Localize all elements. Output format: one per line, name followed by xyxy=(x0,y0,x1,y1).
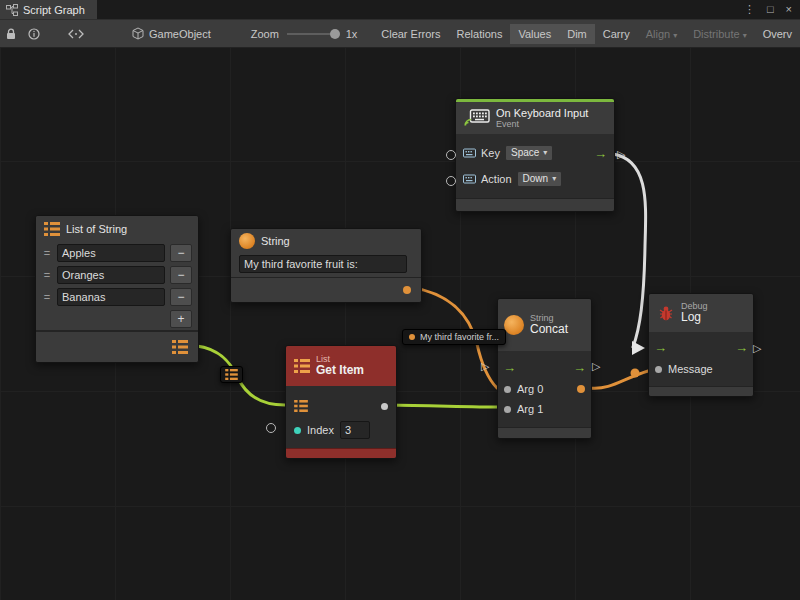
dim-toggle[interactable]: Dim xyxy=(559,24,595,44)
key-icon xyxy=(463,148,476,158)
graph-canvas[interactable]: List of String = Apples − = Oranges − = … xyxy=(0,46,800,600)
tab-script-graph[interactable]: Script Graph xyxy=(0,0,97,19)
node-get-item[interactable]: List Get Item Index 3 xyxy=(285,345,397,459)
arg0-label: Arg 0 xyxy=(517,383,543,395)
node-list-of-string[interactable]: List of String = Apples − = Oranges − = … xyxy=(35,215,199,363)
align-label: Align xyxy=(646,28,670,40)
wire-arrowhead-icon xyxy=(632,341,645,355)
node-footer xyxy=(286,448,396,458)
node-header: Debug Log xyxy=(649,294,753,332)
list-output-port[interactable] xyxy=(172,340,188,354)
wire-list-badge xyxy=(220,366,243,383)
control-port-triangle[interactable]: ▷ xyxy=(617,148,625,160)
action-dropdown[interactable]: Down ▾ xyxy=(517,171,563,187)
node-title: List of String xyxy=(66,223,127,235)
list-item-row: = Apples − xyxy=(36,242,198,264)
relations-button[interactable]: Relations xyxy=(449,24,511,44)
arg0-input-port[interactable] xyxy=(504,386,511,393)
info-icon[interactable] xyxy=(28,28,40,40)
control-output-port[interactable]: → xyxy=(594,147,607,160)
caret-down-icon: ▾ xyxy=(743,31,747,40)
remove-item-button[interactable]: − xyxy=(170,244,192,262)
index-input-port[interactable] xyxy=(294,427,301,434)
node-on-keyboard-input[interactable]: On Keyboard Input Event Key Space ▾ → xyxy=(455,98,615,212)
list-icon xyxy=(294,359,310,373)
clear-errors-button[interactable]: Clear Errors xyxy=(373,24,448,44)
result-output-port[interactable] xyxy=(577,385,585,393)
lock-icon[interactable] xyxy=(6,28,16,40)
remove-item-button[interactable]: − xyxy=(170,266,192,284)
maximize-icon[interactable]: □ xyxy=(767,4,774,15)
node-header: List of String xyxy=(36,216,198,242)
list-editor: = Apples − = Oranges − = Bananas + − + xyxy=(36,242,198,330)
node-footer xyxy=(498,427,591,438)
node-footer xyxy=(649,386,753,396)
caret-down-icon: ▾ xyxy=(552,173,556,185)
key-dropdown[interactable]: Space ▾ xyxy=(505,145,553,161)
index-label: Index xyxy=(307,424,334,436)
message-input-port[interactable] xyxy=(655,366,662,373)
distribute-label: Distribute xyxy=(693,28,739,40)
carry-toggle[interactable]: Carry xyxy=(595,24,638,44)
list-add-row: + xyxy=(36,308,198,330)
drag-handle-icon[interactable]: = xyxy=(42,291,52,303)
unconnected-port-circle[interactable] xyxy=(446,150,456,160)
node-subtitle: Event xyxy=(496,119,588,129)
gameobject-target[interactable]: GameObject xyxy=(149,28,211,40)
control-output-port[interactable]: → xyxy=(735,341,748,354)
node-header: List Get Item xyxy=(286,346,396,386)
arg1-input-port[interactable] xyxy=(504,406,511,413)
control-flow-row: → → xyxy=(649,336,753,358)
zoom-slider-knob[interactable] xyxy=(330,29,340,39)
control-input-port[interactable]: → xyxy=(654,341,667,354)
drag-handle-icon[interactable]: = xyxy=(42,269,52,281)
list-item-input[interactable]: Bananas xyxy=(57,288,165,306)
node-output-strip xyxy=(36,330,198,362)
node-string-literal[interactable]: String My third favorite fruit is: xyxy=(230,228,422,303)
node-header: String xyxy=(231,229,421,253)
node-body: → → Arg 0 Arg 1 xyxy=(498,351,591,427)
string-value-row: My third favorite fruit is: xyxy=(231,253,421,277)
caret-down-icon: ▾ xyxy=(543,147,547,159)
string-output-port[interactable] xyxy=(403,286,411,294)
control-port-triangle[interactable]: ▷ xyxy=(753,342,761,354)
close-icon[interactable]: × xyxy=(786,4,792,15)
node-concat[interactable]: String Concat → → Arg 0 Arg 1 xyxy=(497,298,592,439)
string-value-input[interactable]: My third favorite fruit is: xyxy=(239,255,407,273)
distribute-dropdown[interactable]: Distribute▾ xyxy=(685,24,754,44)
list-item-input[interactable]: Apples xyxy=(57,244,165,262)
node-body: → → Message xyxy=(649,332,753,386)
caret-down-icon: ▾ xyxy=(673,31,677,40)
drag-handle-icon[interactable]: = xyxy=(42,247,52,259)
list-item-input[interactable]: Oranges xyxy=(57,266,165,284)
wire-getitem-to-concat xyxy=(383,405,497,407)
node-header: On Keyboard Input Event xyxy=(456,102,614,134)
list-icon xyxy=(44,222,60,236)
node-title: Log xyxy=(681,311,708,325)
control-port-triangle[interactable]: ▷ xyxy=(481,360,489,372)
align-dropdown[interactable]: Align▾ xyxy=(638,24,685,44)
add-item-button[interactable]: + xyxy=(170,310,192,328)
overview-button[interactable]: Overv xyxy=(755,24,800,44)
pane-menu-icon[interactable]: ⋮ xyxy=(744,4,755,15)
bug-icon xyxy=(657,305,675,322)
item-output-port[interactable] xyxy=(381,403,388,410)
arg1-row: Arg 1 xyxy=(498,399,591,419)
list-input-port[interactable] xyxy=(294,400,308,412)
index-input[interactable]: 3 xyxy=(340,421,370,439)
unconnected-port-circle[interactable] xyxy=(446,176,456,186)
control-input-port[interactable]: → xyxy=(503,361,516,374)
values-toggle[interactable]: Values xyxy=(510,24,559,44)
string-icon xyxy=(504,315,524,335)
control-port-triangle[interactable]: ▷ xyxy=(592,360,600,372)
node-log[interactable]: Debug Log → → Message xyxy=(648,293,754,397)
control-output-port[interactable]: → xyxy=(573,361,586,374)
remove-item-button[interactable]: − xyxy=(170,288,192,306)
wire-value-preview: My third favorite fr... xyxy=(402,329,506,345)
code-view-icon[interactable] xyxy=(68,29,84,39)
arg0-row: Arg 0 xyxy=(498,379,591,399)
unconnected-port-circle[interactable] xyxy=(266,423,276,433)
wire-value-dot xyxy=(631,369,640,378)
zoom-value: 1x xyxy=(346,28,358,40)
zoom-slider[interactable] xyxy=(287,33,338,35)
